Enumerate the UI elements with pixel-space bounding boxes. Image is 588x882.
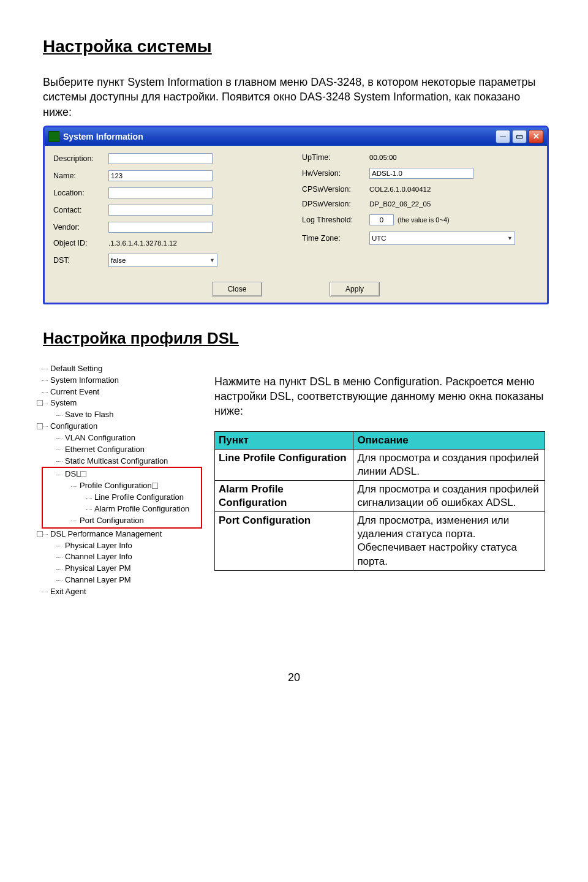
description-input[interactable] (108, 153, 213, 164)
location-input[interactable] (108, 187, 213, 198)
label-object-id: Object ID: (53, 239, 108, 247)
window-titlebar[interactable]: System Information ─ ▭ ✕ (45, 127, 547, 146)
close-window-button[interactable]: ✕ (529, 130, 543, 143)
log-threshold-note: (the value is 0~4) (398, 216, 450, 224)
contact-input[interactable] (108, 205, 213, 216)
window-title: System Information (63, 132, 143, 141)
maximize-button[interactable]: ▭ (512, 130, 527, 143)
intro-paragraph-1: Выберите пункт System Information в глав… (43, 75, 545, 119)
label-uptime: UpTime: (302, 153, 369, 162)
navigation-tree: Default Setting System Information Curre… (43, 363, 202, 598)
tree-item-port-configuration[interactable]: Port Configuration (43, 515, 201, 527)
tree-item-alarm-profile-configuration[interactable]: Alarm Profile Configuration (43, 503, 201, 515)
timezone-select[interactable]: UTC▼ (369, 232, 515, 245)
table-head-description: Описание (353, 431, 545, 449)
dst-select[interactable]: false▼ (108, 254, 217, 267)
dsl-instruction-paragraph: Нажмите на пункт DSL в меню Configuratio… (214, 374, 545, 419)
table-cell: Для просмотра и создания профилей сигнал… (353, 481, 545, 512)
log-threshold-input[interactable]: 0 (369, 214, 394, 225)
tree-item-line-profile-configuration[interactable]: Line Profile Configuration (43, 492, 201, 503)
table-cell: Alarm Profile Configuration (215, 481, 353, 512)
cpswversion-value: COL2.6.1.0.040412 (369, 186, 431, 193)
app-icon (48, 131, 59, 142)
object-id-value: .1.3.6.1.4.1.3278.1.12 (108, 239, 177, 247)
label-contact: Contact: (53, 206, 108, 214)
dpswversion-value: DP_B02_06_22_05 (369, 200, 431, 208)
tree-item-default-setting[interactable]: Default Setting (43, 363, 202, 375)
tree-item-channel-layer-pm[interactable]: Channel Layer PM (43, 575, 202, 586)
tree-item-configuration[interactable]: Configuration (43, 421, 202, 432)
tree-item-system[interactable]: System (43, 398, 202, 409)
highlighted-dsl-group: DSL Profile Configuration Line Profile C… (42, 467, 202, 528)
minimize-button[interactable]: ─ (496, 130, 510, 143)
label-cpswversion: CPSwVersion: (302, 185, 369, 194)
label-timezone: Time Zone: (302, 234, 369, 243)
label-dpswversion: DPSwVersion: (302, 200, 369, 208)
chevron-down-icon: ▼ (209, 257, 215, 263)
tree-item-system-information[interactable]: System Information (43, 375, 202, 386)
heading-dsl-profile: Настройка профиля DSL (43, 329, 545, 348)
tree-item-exit-agent[interactable]: Exit Agent (43, 586, 202, 598)
name-input[interactable]: 123 (108, 170, 213, 181)
chevron-down-icon: ▼ (507, 235, 513, 241)
table-row: Line Profile Configuration Для просмотра… (215, 449, 545, 480)
label-log-threshold: Log Threshold: (302, 216, 369, 224)
label-vendor: Vendor: (53, 223, 108, 232)
table-cell: Port Configuration (215, 512, 353, 570)
system-information-window: System Information ─ ▭ ✕ Description: Na… (43, 126, 549, 304)
tree-item-dsl-performance[interactable]: DSL Performance Management (43, 529, 202, 540)
table-cell: Line Profile Configuration (215, 449, 353, 480)
label-description: Description: (53, 154, 108, 163)
tree-item-dsl[interactable]: DSL (43, 469, 201, 480)
tree-item-ethernet-configuration[interactable]: Ethernet Configuration (43, 444, 202, 456)
close-button[interactable]: Close (212, 282, 262, 296)
tree-item-vlan-configuration[interactable]: VLAN Configuration (43, 432, 202, 444)
table-cell: Для просмотра и создания профилей линии … (353, 449, 545, 480)
dsl-description-table: Пункт Описание Line Profile Configuratio… (214, 431, 545, 571)
apply-button[interactable]: Apply (330, 282, 380, 296)
tree-item-save-to-flash[interactable]: Save to Flash (43, 409, 202, 421)
tree-item-channel-layer-info[interactable]: Channel Layer Info (43, 551, 202, 563)
tree-item-current-event[interactable]: Current Event (43, 386, 202, 398)
table-head-item: Пункт (215, 431, 353, 449)
uptime-value: 00.05:00 (369, 154, 397, 161)
page-number: 20 (43, 671, 545, 684)
label-dst: DST: (53, 256, 108, 265)
label-hwversion: HwVersion: (302, 169, 369, 178)
hwversion-input[interactable]: ADSL-1.0 (369, 168, 473, 179)
table-row: Port Configuration Для просмотра, измене… (215, 512, 545, 570)
tree-item-static-multicast[interactable]: Static Multicast Configuration (43, 456, 202, 467)
tree-item-profile-configuration[interactable]: Profile Configuration (43, 480, 201, 492)
label-name: Name: (53, 172, 108, 180)
table-row: Alarm Profile Configuration Для просмотр… (215, 481, 545, 512)
tree-item-physical-layer-pm[interactable]: Physical Layer PM (43, 563, 202, 575)
table-cell: Для просмотра, изменения или удаления ст… (353, 512, 545, 570)
heading-system-config: Настройка системы (43, 37, 545, 56)
tree-item-physical-layer-info[interactable]: Physical Layer Info (43, 540, 202, 552)
label-location: Location: (53, 189, 108, 197)
vendor-input[interactable] (108, 222, 213, 233)
